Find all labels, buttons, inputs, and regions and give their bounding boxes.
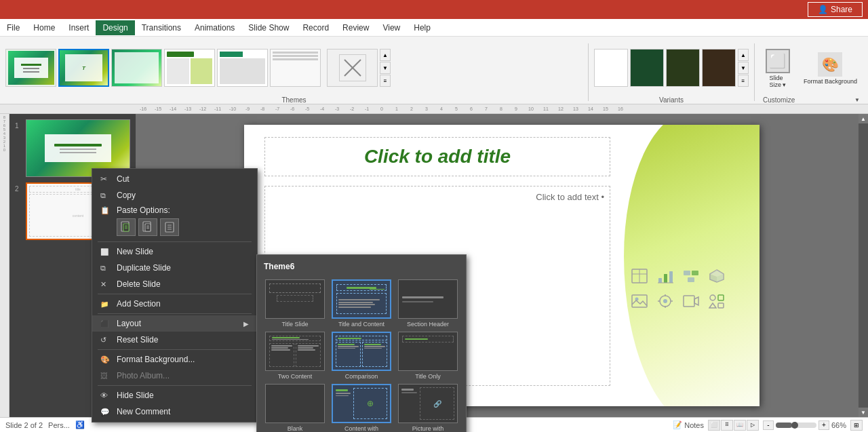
slide-title-text: Click to add title [364, 146, 511, 168]
layout-item-two-content[interactable]: Two Content [264, 332, 326, 380]
variant-thumb-1[interactable] [594, 49, 628, 87]
theme-thumb-2[interactable]: T [58, 49, 109, 87]
status-left: Slide 2 of 2 Pers... ♿ [5, 420, 85, 429]
insert-table-icon[interactable] [631, 269, 648, 286]
zoom-thumb[interactable] [791, 422, 798, 429]
ctx-reset-slide[interactable]: ↺ Reset Slide [92, 332, 257, 348]
share-icon: 👤 [818, 5, 828, 14]
layout-item-title-content[interactable]: Title and Content [330, 279, 393, 328]
variant-scroll-all[interactable]: ≡ [738, 75, 749, 87]
menu-view[interactable]: View [376, 20, 407, 35]
theme-thumb-3[interactable] [111, 49, 162, 87]
variant-scroll-up[interactable]: ▲ [738, 49, 749, 61]
delete-icon: ✕ [100, 280, 111, 289]
scrollbar-track [859, 123, 868, 408]
insert-screenshot-icon[interactable] [657, 294, 673, 311]
ctx-format-background[interactable]: 🎨 Format Background... [92, 351, 257, 368]
layout-item-title-only[interactable]: Title Only [397, 332, 459, 380]
menu-review[interactable]: Review [336, 20, 376, 35]
theme-scroll-all[interactable]: ≡ [380, 75, 391, 87]
slide-sorter-button[interactable]: ⠿ [721, 420, 733, 431]
insert-smartart-icon[interactable] [683, 269, 699, 286]
menu-slideshow[interactable]: Slide Show [241, 20, 296, 35]
menu-design[interactable]: Design [96, 20, 134, 35]
theme-thumb-none[interactable] [327, 49, 378, 87]
vertical-ruler: 876543210 [0, 114, 9, 417]
slide-size-button[interactable]: ⬜ SlideSize ▾ [760, 47, 795, 90]
normal-view-button[interactable]: ⬜ [708, 420, 720, 431]
variant-thumb-3[interactable] [666, 49, 700, 87]
variant-thumb-2[interactable] [630, 49, 664, 87]
ctx-duplicate-slide[interactable]: ⧉ Duplicate Slide [92, 260, 257, 276]
ctx-sep-2 [98, 294, 252, 294]
format-background-button[interactable]: 🎨 Format Background [798, 51, 863, 86]
menu-insert[interactable]: Insert [62, 20, 96, 35]
notes-label: Notes [684, 421, 704, 429]
menu-help[interactable]: Help [407, 20, 437, 35]
menu-record[interactable]: Record [296, 20, 336, 35]
ctx-add-section[interactable]: 📁 Add Section [92, 296, 257, 312]
layout-item-content-caption[interactable]: ⊕ Content withCaption [330, 384, 393, 432]
reading-view-button[interactable]: 📖 [734, 420, 746, 431]
insert-video-icon[interactable] [683, 294, 699, 311]
menu-animations[interactable]: Animations [188, 20, 241, 35]
variant-scroll-down[interactable]: ▼ [738, 62, 749, 74]
status-right: 📝 Notes ⬜ ⠿ 📖 ▷ - + 66% ⊞ [673, 420, 863, 431]
photo-album-label: Photo Album... [117, 371, 170, 380]
paste-option-2[interactable] [138, 218, 157, 236]
theme-thumb-4[interactable] [164, 49, 215, 87]
view-buttons: ⬜ ⠿ 📖 ▷ [708, 420, 759, 431]
ctx-layout[interactable]: ⬛ Layout ▶ [92, 315, 257, 332]
menu-home[interactable]: Home [26, 20, 62, 35]
variant-thumb-4[interactable] [702, 49, 736, 87]
paste-option-3[interactable] [160, 218, 179, 236]
ctx-delete-slide[interactable]: ✕ Delete Slide [92, 276, 257, 292]
layout-item-comparison[interactable]: Comparison [330, 332, 393, 380]
layout-item-blank[interactable]: Blank [264, 384, 326, 432]
copy-label: Copy [117, 191, 136, 200]
ctx-copy[interactable]: ⧉ Copy [92, 187, 257, 203]
theme-thumb-1[interactable] [5, 49, 56, 87]
zoom-slider[interactable] [776, 423, 816, 428]
share-button[interactable]: 👤 Share [808, 2, 863, 17]
fit-slide-button[interactable]: ⊞ [850, 420, 863, 431]
ctx-cut[interactable]: ✂ Cut [92, 171, 257, 187]
insert-icons-icon[interactable] [709, 294, 725, 311]
zoom-in-button[interactable]: + [818, 420, 829, 430]
notes-button[interactable]: 📝 Notes [673, 420, 704, 429]
scroll-up-button[interactable]: ▲ [859, 114, 868, 123]
ctx-new-comment[interactable]: 💬 New Comment [92, 404, 257, 420]
layout-item-section-header[interactable]: Section Header [397, 279, 459, 328]
slide-info: Slide 2 of 2 [5, 421, 43, 429]
ctx-hide-slide[interactable]: 👁 Hide Slide [92, 387, 257, 404]
theme-scroll-down[interactable]: ▼ [380, 62, 391, 74]
paste-option-1[interactable] [117, 218, 136, 236]
duplicate-icon: ⧉ [100, 264, 111, 273]
customize-buttons: ⬜ SlideSize ▾ 🎨 Format Background [760, 41, 863, 96]
variant-scroll: ▲ ▼ ≡ [738, 49, 749, 87]
slideshow-button[interactable]: ▷ [747, 420, 759, 431]
theme-thumb-6[interactable] [270, 49, 321, 87]
insert-chart-icon[interactable] [657, 269, 673, 286]
scroll-down-button[interactable]: ▼ [859, 408, 868, 417]
slide-number-1: 1 [15, 119, 23, 130]
hide-icon: 👁 [100, 391, 111, 399]
ctx-new-slide[interactable]: ⬜ New Slide [92, 243, 257, 260]
svg-point-26 [710, 295, 715, 300]
theme-thumb-5[interactable] [217, 49, 268, 87]
zoom-out-button[interactable]: - [763, 420, 774, 430]
slide-title-placeholder[interactable]: Click to add title [264, 137, 610, 176]
reset-icon: ↺ [100, 336, 111, 345]
menu-bar: File Home Insert Design Transitions Anim… [0, 19, 868, 37]
copy-icon: ⧉ [100, 191, 111, 200]
insert-3d-icon[interactable] [709, 269, 725, 286]
layout-item-title-slide[interactable]: Title Slide [264, 279, 326, 328]
layout-item-picture-caption[interactable]: 🔗 Picture withCaption [397, 384, 459, 432]
insert-picture-icon[interactable] [631, 294, 648, 311]
menu-file[interactable]: File [0, 20, 26, 35]
accessibility-icon[interactable]: ♿ [75, 420, 85, 429]
ctx-photo-album[interactable]: 🖼 Photo Album... [92, 368, 257, 384]
menu-transitions[interactable]: Transitions [135, 20, 188, 35]
customize-expand[interactable]: Customize ▼ [760, 96, 863, 104]
theme-scroll-up[interactable]: ▲ [380, 49, 391, 61]
